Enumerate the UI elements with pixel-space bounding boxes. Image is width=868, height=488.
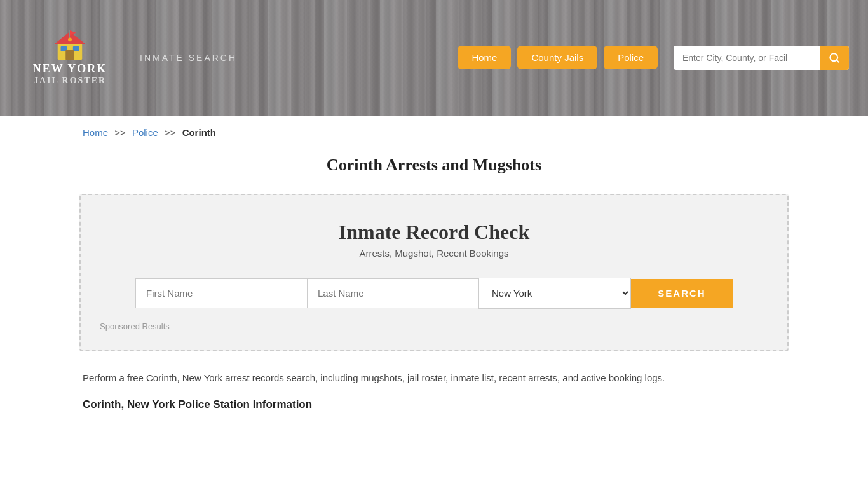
nav-area: Home County Jails Police	[458, 46, 849, 70]
breadcrumb: Home >> Police >> Corinth	[0, 116, 868, 149]
record-check-subtitle: Arrests, Mugshot, Recent Bookings	[100, 248, 768, 259]
header-search-button[interactable]	[820, 46, 849, 70]
search-icon	[829, 52, 840, 64]
inmate-search-form: AlabamaAlaskaArizonaArkansasCaliforniaCo…	[100, 278, 768, 309]
nav-home-button[interactable]: Home	[458, 46, 511, 69]
svg-line-9	[836, 60, 838, 62]
breadcrumb-separator-2: >>	[165, 127, 176, 138]
header-search-input[interactable]	[674, 46, 820, 69]
breadcrumb-separator-1: >>	[114, 127, 126, 138]
page-title: Corinth Arrests and Mugshots	[0, 156, 868, 175]
section-heading: Corinth, New York Police Station Informa…	[83, 398, 785, 411]
svg-point-7	[68, 37, 72, 41]
nav-county-jails-button[interactable]: County Jails	[517, 46, 597, 69]
breadcrumb-home-link[interactable]: Home	[83, 127, 108, 138]
nav-police-button[interactable]: Police	[604, 46, 658, 69]
description-text: Perform a free Corinth, New York arrest …	[83, 370, 785, 386]
main-content: Perform a free Corinth, New York arrest …	[0, 351, 868, 430]
logo-icon	[51, 29, 88, 62]
logo-text: NEW YORK JAIL ROSTER	[33, 62, 107, 86]
header-search-bar	[674, 46, 849, 70]
record-check-box: Inmate Record Check Arrests, Mugshot, Re…	[79, 194, 789, 351]
record-check-title: Inmate Record Check	[100, 220, 768, 244]
svg-rect-6	[65, 50, 74, 60]
svg-rect-2	[69, 30, 70, 39]
inmate-search-label: INMATE SEARCH	[140, 53, 237, 63]
last-name-input[interactable]	[307, 278, 478, 308]
search-button[interactable]: SEARCH	[631, 279, 733, 308]
state-select[interactable]: AlabamaAlaskaArizonaArkansasCaliforniaCo…	[478, 278, 631, 309]
logo-area: NEW YORK JAIL ROSTER	[19, 29, 121, 86]
site-header: NEW YORK JAIL ROSTER INMATE SEARCH Home …	[0, 0, 868, 116]
breadcrumb-current: Corinth	[182, 127, 216, 138]
header-content: NEW YORK JAIL ROSTER INMATE SEARCH Home …	[19, 29, 849, 86]
sponsored-results-label: Sponsored Results	[100, 322, 768, 331]
breadcrumb-police-link[interactable]: Police	[132, 127, 158, 138]
first-name-input[interactable]	[135, 278, 307, 308]
